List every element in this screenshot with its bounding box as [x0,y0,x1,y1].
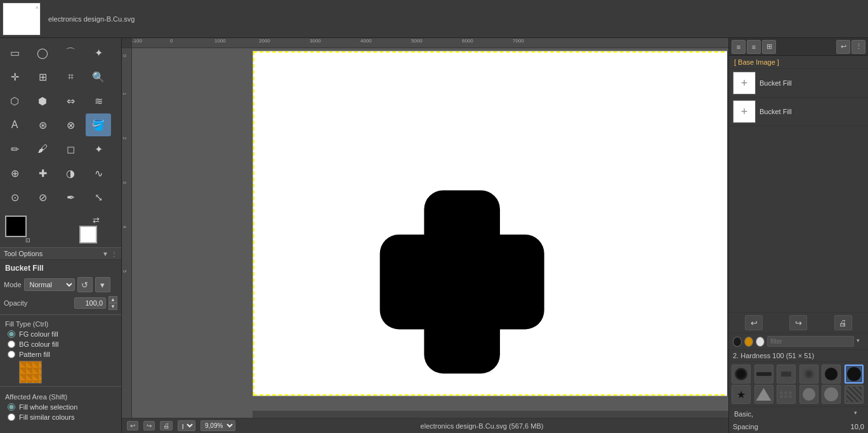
toolbox: ▭ ◯ ⌒ ✦ ✛ ⊞ ⌗ 🔍 ⬡ ⬢ ⇔ ≋ A ⊛ ⊗ 🪣 ✏ 🖌 ◻ ✦ … [0,38,122,433]
layer-name-1: Bucket Fill [760,79,792,87]
zoom-select[interactable]: 9,09% [201,420,235,431]
close-tab-button[interactable]: × [36,4,39,11]
tool-airbrush[interactable]: ✦ [86,138,111,160]
tool-options-title: Tool Options [4,250,100,257]
paths-icon[interactable]: ⊞ [762,40,776,54]
fill-pattern-label[interactable]: Pattern fill [19,351,50,358]
scrollbar-v[interactable] [727,51,728,396]
export-button[interactable]: 🖨 [160,421,173,430]
mode-select[interactable]: Normal Dissolve Multiply [24,278,75,291]
fill-fg-label[interactable]: FG colour fill [19,330,58,338]
tool-options-header[interactable]: Tool Options ▼ ⋮ [0,248,121,260]
brush-cell-11[interactable] [822,385,841,404]
tool-flip[interactable]: ⇔ [58,89,83,112]
tool-dodge[interactable]: ◑ [58,162,83,184]
layer-redo-btn[interactable]: ↪ [789,315,807,330]
vruler-tick: 2 [122,137,127,139]
fill-pattern-row: Pattern fill [0,349,121,359]
fill-similar-label[interactable]: Fill similar colours [19,413,74,421]
fill-similar-radio[interactable] [8,413,15,421]
brush-cell-6-selected[interactable] [845,365,864,384]
tool-clone[interactable]: ⊕ [2,162,27,184]
brush-cell-5[interactable] [822,365,841,384]
opacity-up[interactable]: ▲ [109,296,117,303]
brush-color-dot-1[interactable] [733,337,742,347]
tool-bucket-fill[interactable]: 🪣 [86,113,111,136]
tool-ink[interactable]: ✒ [58,186,83,209]
canvas-tab-label[interactable]: electronics design-B.Cu.svg [43,14,140,24]
tool-eraser[interactable]: ◻ [58,138,83,160]
reset-colors-icon[interactable]: ⊡ [25,237,30,243]
tool-smudge[interactable]: ∿ [86,162,111,184]
fill-pattern-radio[interactable] [8,351,15,358]
brush-color-dot-3[interactable] [756,337,765,347]
brush-cell-2[interactable] [754,365,773,384]
redo-button[interactable]: ↪ [143,421,155,430]
brush-cell-9[interactable] [777,385,796,404]
canvas-viewport[interactable] [132,48,728,418]
tool-heal[interactable]: ✚ [30,162,55,184]
layer-print-btn[interactable]: 🖨 [834,315,852,330]
brush-cell-12[interactable] [845,385,864,404]
tool-move[interactable]: ✛ [2,65,27,88]
panel-menu-icon[interactable]: ⋮ [111,250,117,257]
tool-scale[interactable]: ⤡ [86,186,111,209]
tool-color-picker[interactable]: ⊘ [30,186,55,209]
brush-cell-10[interactable] [799,385,819,404]
tool-warp[interactable]: ≋ [86,89,111,112]
brush-cell-7[interactable]: ★ [732,385,751,404]
layer-item-1[interactable]: + Bucket Fill [729,69,868,98]
ruler-tick: -100 [132,38,142,44]
unit-select[interactable]: px [178,420,195,431]
layers-icon[interactable]: ≡ [732,40,746,54]
brush-color-dot-2[interactable] [744,337,753,347]
panel-settings-icon[interactable]: ⋮ [852,40,865,54]
brush-cell-3[interactable] [777,365,796,384]
tool-free-select[interactable]: ⌒ [58,41,83,64]
tool-zoom-tool[interactable]: 🔍 [86,65,111,88]
brushes-preset-dropdown[interactable]: ▾ [854,410,863,418]
canvas-tab-thumb[interactable]: × [3,3,41,36]
layer-actions: ↩ ↪ 🖨 [729,312,868,333]
tool-shear[interactable]: ⬡ [2,89,27,112]
undo-history-icon[interactable]: ↩ [836,40,850,54]
tool-pencil[interactable]: ✏ [2,138,27,160]
tool-fuzzy-select[interactable]: ✦ [86,41,111,64]
opacity-down[interactable]: ▼ [109,303,117,310]
tool-rect-select[interactable]: ▭ [2,41,27,64]
tool-measure[interactable]: ⊗ [58,113,83,136]
fill-bg-radio[interactable] [8,340,15,348]
white-canvas[interactable] [253,51,728,396]
tool-paintbrush[interactable]: 🖌 [30,138,55,160]
undo-button[interactable]: ↩ [127,421,138,430]
fill-bg-label[interactable]: BG colour fill [19,340,58,348]
fill-fg-radio[interactable] [8,330,15,338]
tool-ellipse-select[interactable]: ◯ [30,41,55,64]
brush-filter-input[interactable] [767,336,854,347]
reset-mode-icon[interactable]: ↺ [77,277,93,292]
pattern-preview[interactable] [19,361,42,384]
fg-color-swatch[interactable] [5,216,27,237]
layer-undo-btn[interactable]: ↩ [745,315,763,330]
tool-blur[interactable]: ⊙ [2,186,27,209]
mode-extra-icon[interactable]: ▾ [95,277,110,292]
brush-cell-8[interactable] [754,385,773,404]
brush-cell-1[interactable] [732,365,751,384]
tool-paths[interactable]: ⊛ [30,113,55,136]
bg-color-swatch[interactable] [79,226,97,243]
tool-text[interactable]: A [2,113,27,136]
tool-perspective[interactable]: ⬢ [30,89,55,112]
scrollbar-h[interactable] [253,411,728,418]
brush-cell-4[interactable] [799,365,819,384]
brush-shape [803,368,815,380]
fill-whole-radio[interactable] [8,403,15,411]
brush-dropdown-icon[interactable]: ▾ [857,337,864,346]
spacing-value: 10,0 [851,423,864,430]
opacity-input[interactable] [74,297,106,309]
tool-align[interactable]: ⊞ [30,65,55,88]
layer-item-2[interactable]: + Bucket Fill [729,98,868,126]
tool-crop[interactable]: ⌗ [58,65,83,88]
swap-colors-icon[interactable]: ⇄ [93,216,100,225]
fill-whole-label[interactable]: Fill whole selection [19,403,77,411]
channels-icon[interactable]: ≡ [747,40,761,54]
